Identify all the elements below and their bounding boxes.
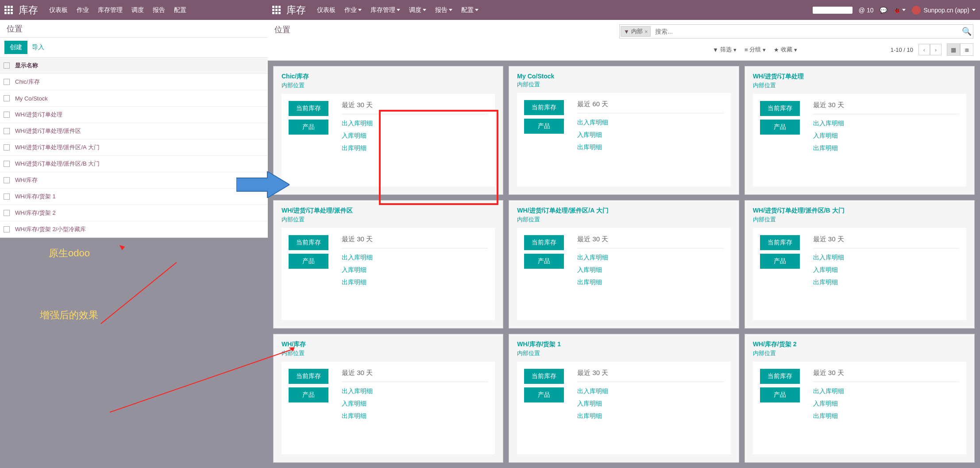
nav-item[interactable]: 库存管理 [370,6,400,14]
products-button[interactable]: 产品 [760,254,800,269]
in-link[interactable]: 入库明细 [813,400,959,408]
checkbox[interactable] [4,112,10,118]
row-name[interactable]: WH/进货/订单处理/派件区/A 大门 [15,143,100,151]
products-button[interactable]: 产品 [289,254,328,269]
search-input[interactable] [652,28,961,35]
kanban-card[interactable]: WH/库存/货架 1内部位置当前库存产品最近 30 天出入库明细入库明细出库明细 [509,334,739,463]
brand-right[interactable]: 库存 [286,4,306,17]
products-button[interactable]: 产品 [524,119,564,134]
view-kanban-button[interactable]: ▦ [947,43,960,56]
nav-item[interactable]: 报告 [435,6,452,14]
current-stock-button[interactable]: 当前库存 [289,369,328,384]
in-link[interactable]: 入库明细 [342,132,488,140]
out-link[interactable]: 出库明细 [577,143,723,151]
card-title[interactable]: WH/进货/订单处理/派件区/B 大门 [753,207,966,215]
checkbox[interactable] [4,193,10,200]
apps-icon[interactable] [272,6,281,15]
checkbox[interactable] [4,79,10,85]
list-row[interactable]: WH/库存/货架 1 [0,189,268,205]
nav-item[interactable]: 库存管理 [98,6,123,14]
current-stock-button[interactable]: 当前库存 [760,369,800,384]
apps-icon[interactable] [4,6,13,15]
debug-icon[interactable]: 🐞 [893,7,906,14]
kanban-card[interactable]: WH/进货/订单处理/派件区/A 大门内部位置当前库存产品最近 30 天出入库明… [509,200,739,329]
inout-link[interactable]: 出入库明细 [813,387,959,395]
checkbox[interactable] [4,144,10,151]
row-name[interactable]: WH/库存/货架 2/小型冷藏库 [15,225,86,233]
checkbox[interactable] [4,161,10,167]
list-row[interactable]: WH/进货/订单处理/派件区 [0,123,268,139]
list-row[interactable]: WH/库存/货架 2 [0,205,268,221]
inout-link[interactable]: 出入库明细 [342,254,488,262]
out-link[interactable]: 出库明细 [342,144,488,152]
nav-item[interactable]: 作业 [77,6,89,14]
list-row[interactable]: WH/库存/货架 2/小型冷藏库 [0,221,268,238]
brand-left[interactable]: 库存 [19,4,38,17]
row-name[interactable]: Chic/库存 [15,78,40,86]
nav-item[interactable]: 报告 [153,6,165,14]
pager-prev[interactable]: ‹ [918,44,930,55]
chat-icon[interactable]: 💬 [880,7,887,14]
out-link[interactable]: 出库明细 [813,144,959,152]
kanban-card[interactable]: WH/进货/订单处理/派件区/B 大门内部位置当前库存产品最近 30 天出入库明… [745,200,975,329]
products-button[interactable]: 产品 [289,120,328,135]
current-stock-button[interactable]: 当前库存 [289,235,328,250]
products-button[interactable]: 产品 [524,254,564,269]
inout-link[interactable]: 出入库明细 [577,254,723,262]
kanban-card[interactable]: Chic/库存内部位置当前库存产品最近 30 天出入库明细入库明细出库明细 [273,66,503,195]
row-name[interactable]: WH/库存/货架 2 [15,209,56,217]
kanban-card[interactable]: WH/进货/订单处理内部位置当前库存产品最近 30 天出入库明细入库明细出库明细 [745,66,975,195]
in-link[interactable]: 入库明细 [577,131,723,139]
row-name[interactable]: WH/进货/订单处理/派件区 [15,127,81,135]
out-link[interactable]: 出库明细 [342,412,488,420]
products-button[interactable]: 产品 [760,120,800,135]
current-stock-button[interactable]: 当前库存 [289,101,328,116]
checkbox[interactable] [4,210,10,216]
card-title[interactable]: Chic/库存 [282,73,495,81]
filter-tag[interactable]: ▼ 内部 × [621,26,651,37]
checkbox-all[interactable] [4,62,10,69]
list-row[interactable]: WH/进货/订单处理/派件区/A 大门 [0,139,268,156]
out-link[interactable]: 出库明细 [813,412,959,420]
in-link[interactable]: 入库明细 [577,266,723,274]
out-link[interactable]: 出库明细 [813,278,959,286]
in-link[interactable]: 入库明细 [342,400,488,408]
inout-link[interactable]: 出入库明细 [813,120,959,128]
card-title[interactable]: WH/库存/货架 2 [753,340,966,348]
out-link[interactable]: 出库明细 [342,278,488,286]
inout-link[interactable]: 出入库明细 [813,254,959,262]
current-stock-button[interactable]: 当前库存 [524,235,564,250]
list-row[interactable]: My Co/Stock [0,90,268,107]
favorites-menu[interactable]: ★收藏▾ [774,46,797,54]
kanban-card[interactable]: My Co/Stock内部位置当前库存产品最近 60 天出入库明细入库明细出库明… [509,66,739,195]
list-row[interactable]: WH/库存 [0,172,268,189]
out-link[interactable]: 出库明细 [577,278,723,286]
in-link[interactable]: 入库明细 [813,132,959,140]
nav-item[interactable]: 配置 [461,6,478,14]
row-name[interactable]: WH/库存/货架 1 [15,193,56,201]
in-link[interactable]: 入库明细 [342,266,488,274]
nav-item[interactable]: 调度 [131,6,144,14]
products-button[interactable]: 产品 [289,387,328,402]
checkbox[interactable] [4,226,10,232]
products-button[interactable]: 产品 [524,387,564,402]
in-link[interactable]: 入库明细 [577,400,723,408]
nav-item[interactable]: 作业 [344,6,362,14]
pager-next[interactable]: › [930,44,941,55]
search-box[interactable]: ▼ 内部 × 🔍 [619,24,973,39]
kanban-card[interactable]: WH/库存/货架 2内部位置当前库存产品最近 30 天出入库明细入库明细出库明细 [745,334,975,463]
nav-item[interactable]: 仪表板 [317,6,336,14]
card-title[interactable]: WH/进货/订单处理/派件区 [282,207,495,215]
inout-link[interactable]: 出入库明细 [577,119,723,127]
search-icon[interactable]: 🔍 [961,27,973,36]
row-name[interactable]: WH/进货/订单处理 [15,111,62,119]
kanban-card[interactable]: WH/库存内部位置当前库存产品最近 30 天出入库明细入库明细出库明细 [273,334,503,463]
close-icon[interactable]: × [644,28,648,35]
checkbox[interactable] [4,177,10,183]
row-name[interactable]: My Co/Stock [15,95,48,102]
filters-menu[interactable]: ▼筛选▾ [713,46,737,54]
card-title[interactable]: WH/进货/订单处理/派件区/A 大门 [517,207,730,215]
messages-count[interactable]: @ 10 [859,7,874,14]
groupby-menu[interactable]: ≡分组▾ [745,46,766,54]
row-name[interactable]: WH/进货/订单处理/派件区/B 大门 [15,160,100,168]
